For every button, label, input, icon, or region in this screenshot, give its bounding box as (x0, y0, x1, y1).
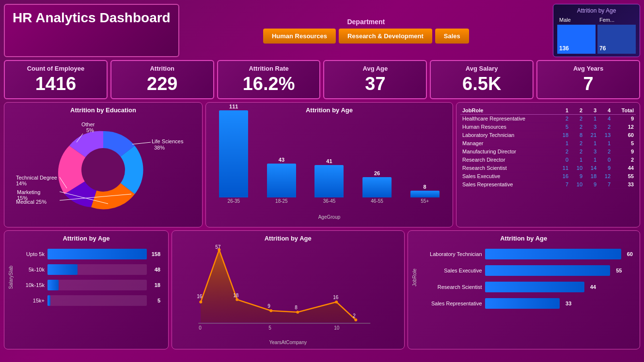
line-chart-title: Attrition by Age (176, 235, 400, 242)
job-col-4: 4 (598, 106, 613, 115)
job-cell: 2 (570, 122, 584, 131)
kpi-attrition-label: Attrition (150, 65, 174, 72)
hbar-job-track-2: 44 (485, 282, 622, 292)
hbar-job-with-axis: JobRole Laboratory Technician 60 Sales E… (412, 245, 636, 311)
kpi-avg-years: Avg Years 7 (536, 60, 640, 99)
hbar-salary-title: Attrition by Age (8, 235, 164, 242)
label-other-pct: 5% (86, 127, 94, 133)
mini-female-col: Fem... 76 (597, 16, 636, 54)
kpi-attrition-value: 229 (147, 74, 177, 94)
label-technical: Technical Degree (16, 175, 57, 181)
kpi-avg-age-label: Avg Age (363, 65, 388, 72)
hbar-row-upto5k: Upto 5k 158 (16, 249, 147, 259)
mini-female-bar: 76 (597, 25, 636, 54)
job-total: 60 (613, 131, 636, 139)
job-total: 55 (613, 172, 636, 180)
bar-label-46-55: 46-55 (371, 198, 383, 204)
table-row: Research Director01102 (460, 155, 636, 164)
ann-9: 9 (267, 303, 270, 309)
table-row: Sales Representative7109733 (460, 180, 636, 188)
table-row: Research Scientist111014944 (460, 164, 636, 172)
job-cell: 11 (556, 164, 570, 172)
hbar-job-fill-3: 33 (485, 298, 560, 309)
job-cell: 7 (598, 180, 613, 188)
hbar-job-fill-2: 44 (485, 282, 584, 292)
job-total: 33 (613, 180, 636, 188)
job-cell: 21 (584, 131, 598, 139)
ann-57: 57 (215, 245, 221, 250)
ann-16-left: 16 (197, 294, 203, 299)
hbar-value-15kplus: 5 (157, 298, 160, 303)
job-role-name: Healthcare Representative (460, 114, 556, 122)
dept-btn-sales[interactable]: Sales (435, 29, 469, 44)
hbar-row-5k10k: 5k-10k 48 (16, 264, 147, 275)
kpi-avg-age: Avg Age 37 (323, 60, 427, 99)
job-total: 5 (613, 139, 636, 147)
kpi-employee-value: 1416 (35, 74, 77, 94)
hbar-with-axis: SalarySlab Upto 5k 158 5k-10k 48 (8, 245, 164, 310)
bar-group-26-35: 111 26-35 (219, 104, 248, 204)
job-cell: 1 (556, 139, 570, 147)
job-cell: 1 (570, 155, 584, 164)
job-cell: 18 (556, 131, 570, 139)
job-role-name: Research Scientist (460, 164, 556, 172)
department-section: Department Human Resources Research & De… (182, 4, 550, 57)
hbar-value-5k10k: 48 (155, 267, 160, 272)
job-col-1: 1 (556, 106, 570, 115)
job-cell: 1 (584, 114, 598, 122)
bar-value-55plus: 8 (424, 184, 426, 190)
job-cell: 9 (598, 164, 613, 172)
table-row: Sales Executive169181255 (460, 172, 636, 180)
hbar-salary-y-axis: SalarySlab (8, 266, 14, 289)
job-cell: 2 (570, 147, 584, 155)
job-role-name: Laboratory Technician (460, 131, 556, 139)
point-0 (199, 301, 202, 303)
point-10 (335, 301, 338, 303)
hbar-job-value-3: 33 (565, 301, 571, 306)
bar-group-55plus: 8 55+ (410, 184, 440, 204)
dept-btn-hr[interactable]: Human Resources (263, 29, 336, 44)
kpi-avg-salary: Avg Salary 6.5K (430, 60, 534, 99)
mini-female-count: 76 (599, 45, 606, 52)
bar-value-46-55: 26 (374, 170, 380, 176)
bar-chart-age-box: Attrition by Age 111 26-35 43 18-25 41 3… (205, 102, 453, 227)
job-col-3: 3 (584, 106, 598, 115)
hbar-job-fill-1: 55 (485, 265, 611, 276)
job-role-table: JobRole 1 2 3 4 Total Healthcare Represe… (460, 106, 636, 189)
point-2 (236, 298, 238, 301)
hbar-track-5k10k: 48 (47, 264, 147, 275)
kpi-employee-count: Count of Employee 1416 (4, 60, 108, 99)
bar-label-55plus: 55+ (421, 198, 429, 204)
dept-btn-rd[interactable]: Research & Development (339, 29, 432, 44)
bar-label-18-25: 18-25 (275, 198, 288, 204)
hbar-salary-box: Attrition by Age SalarySlab Upto 5k 158 … (4, 230, 169, 349)
hbar-fill-10k15k (47, 280, 59, 290)
job-role-name: Sales Executive (460, 172, 556, 180)
donut-wrapper: Life Sciences 38% Medical 25% Marketing … (8, 117, 198, 223)
job-role-name: Manufacturing Director (460, 147, 556, 155)
job-cell: 0 (556, 155, 570, 164)
kpi-row: Count of Employee 1416 Attrition 229 Att… (4, 60, 640, 99)
job-cell: 10 (570, 180, 584, 188)
hbar-label-5k10k: 5k-10k (16, 267, 45, 272)
bar-value-36-45: 41 (326, 158, 332, 164)
job-total: 9 (613, 147, 636, 155)
label-other: Other (81, 121, 95, 127)
hbar-job-row-research: Research Scientist 44 (419, 282, 622, 292)
bar-rect-18-25 (267, 164, 296, 197)
label-lifesciences-pct: 38% (154, 145, 165, 151)
hbar-job-row-sales-exec: Sales Executive 55 (419, 265, 622, 276)
line-chart-x-axis: YearsAtCompany (176, 340, 400, 345)
hbar-job-y-axis: JobRole (412, 269, 417, 287)
mini-male-label: Male (557, 16, 596, 24)
job-cell: 2 (556, 147, 570, 155)
hbar-track-10k15k: 18 (47, 280, 147, 290)
hbar-job-area: Laboratory Technician 60 Sales Executive… (419, 245, 636, 311)
job-cell: 4 (598, 114, 613, 122)
bar-group-18-25: 43 18-25 (267, 157, 296, 204)
kpi-avg-salary-value: 6.5K (462, 74, 501, 94)
hbar-value-upto5k: 158 (152, 251, 160, 257)
donut-svg: Life Sciences 38% Medical 25% Marketing … (11, 119, 195, 221)
job-cell: 7 (556, 180, 570, 188)
label-lifesciences: Life Sciences (152, 138, 184, 144)
